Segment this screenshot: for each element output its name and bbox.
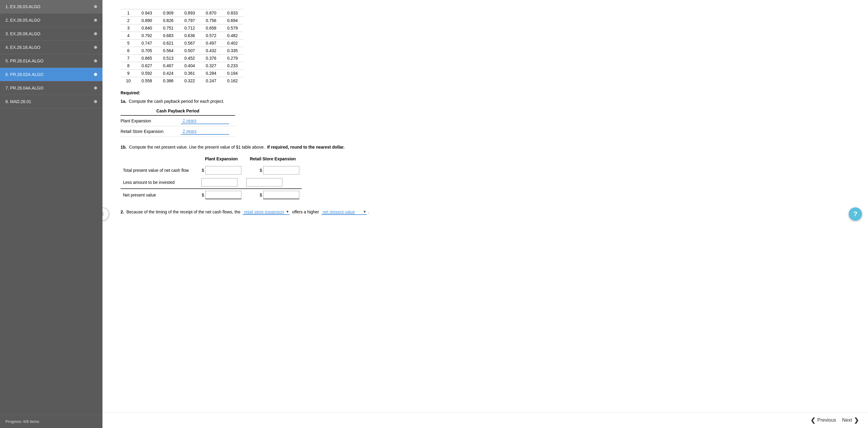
pv-cell-10: 0.284 [200, 70, 222, 77]
year-cell: 9 [121, 70, 136, 77]
sidebar-item-label: 7. PR.26.04A.ALGO [5, 86, 43, 90]
pv-cell-9: 0.636 [179, 32, 200, 39]
pv-cell-12: 0.482 [222, 32, 243, 39]
npv-row3-dollar2: $ [244, 189, 302, 201]
cpb-plant-input-wrapper: 2 years [181, 118, 229, 124]
pv-cell-9: 0.893 [179, 9, 200, 17]
q1b-bold: If required, round to the nearest dollar… [267, 145, 344, 150]
sidebar: 1. EX.26.03.ALGO2. EX.26.05.ALGO3. EX.26… [0, 0, 102, 428]
pv-cell-6: 0.705 [136, 47, 158, 55]
pv-cell-6: 0.792 [136, 32, 158, 39]
help-icon: ? [853, 210, 857, 218]
sidebar-item-dot [94, 59, 97, 62]
pv-cell-10: 0.572 [200, 32, 222, 39]
sidebar-item-pr-26-02a[interactable]: 6. PR.26.02A.ALGO [0, 68, 102, 81]
pv-cell-8: 0.683 [158, 32, 179, 39]
sidebar-item-label: 4. EX.26.16.ALGO [5, 45, 40, 50]
previous-button[interactable]: ❮ Previous [810, 417, 836, 424]
pv-cell-8: 0.564 [158, 47, 179, 55]
year-cell: 2 [121, 17, 136, 24]
npv-row2-cell1 [199, 176, 244, 189]
npv-row2: Less amount to be invested [121, 176, 302, 189]
q1b-num: 1b. [121, 145, 127, 150]
sidebar-item-pr-26-01a[interactable]: 5. PR.26.01A.ALGO [0, 54, 102, 68]
npv-row1-label: Total present value of net cash flow [121, 164, 199, 176]
cpb-retail-value[interactable]: 2 years [181, 128, 198, 134]
pv-cell-6: 0.665 [136, 55, 158, 62]
q1b-instruction: 1b. Compute the net present value. Use t… [121, 144, 853, 150]
cpb-retail-row: Retail Store Expansion 2 years [121, 126, 235, 137]
year-cell: 4 [121, 32, 136, 39]
previous-chevron-icon: ❮ [810, 417, 815, 424]
npv-row1-input1[interactable] [205, 166, 241, 175]
pv-cell-10: 0.756 [200, 17, 222, 24]
pv-cell-6: 0.747 [136, 39, 158, 47]
pv-cell-8: 0.621 [158, 39, 179, 47]
q1b-text: Compute the net present value. Use the p… [129, 145, 265, 150]
cpb-plant-value[interactable]: 2 years [181, 118, 198, 124]
npv-row1: Total present value of net cash flow $ $ [121, 164, 302, 176]
pv-cell-12: 0.579 [222, 24, 243, 32]
year-cell: 6 [121, 47, 136, 55]
sidebar-item-ex-26-03[interactable]: 1. EX.26.03.ALGO [0, 0, 102, 13]
npv-row2-input1[interactable] [201, 178, 238, 187]
pv-cell-9: 0.322 [179, 77, 200, 85]
sidebar-item-dot [94, 32, 97, 35]
sidebar-item-pr-26-04a[interactable]: 7. PR.26.04A.ALGO [0, 81, 102, 95]
next-label: Next [842, 418, 852, 423]
pv-cell-10: 0.870 [200, 9, 222, 17]
npv-row1-input2[interactable] [263, 166, 299, 175]
sidebar-item-dot [94, 73, 97, 76]
npv-row1-dollar2: $ [244, 164, 302, 176]
q2-dropdown1[interactable]: retail store expansionplant expansion [243, 210, 290, 214]
sidebar-item-mad-26-01[interactable]: 8. MAD.26.01 [0, 95, 102, 109]
pv-cell-9: 0.507 [179, 47, 200, 55]
npv-row2-label: Less amount to be invested [121, 176, 199, 189]
q2-dropdown2-wrapper[interactable]: net present valuecash payback period ▼ [321, 210, 367, 215]
sidebar-item-label: 5. PR.26.01A.ALGO [5, 59, 43, 63]
help-button[interactable]: ? [849, 207, 862, 221]
pv-cell-8: 0.513 [158, 55, 179, 62]
table-row: 9 0.592 0.424 0.361 0.284 0.194 [121, 70, 243, 77]
pv-cell-8: 0.424 [158, 70, 179, 77]
next-button[interactable]: Next ❯ [842, 417, 859, 424]
pv-cell-12: 0.402 [222, 39, 243, 47]
npv-row1-dollar1: $ [199, 164, 244, 176]
table-row: 7 0.665 0.513 0.452 0.376 0.279 [121, 55, 243, 62]
pv-cell-8: 0.386 [158, 77, 179, 85]
year-cell: 5 [121, 39, 136, 47]
cpb-header: Cash Payback Period [121, 109, 235, 116]
pv-cell-8: 0.467 [158, 62, 179, 70]
navigation-bar: ❮ Previous Next ❯ [102, 412, 868, 428]
pv-cell-10: 0.247 [200, 77, 222, 85]
pv-cell-9: 0.712 [179, 24, 200, 32]
pv-cell-12: 0.833 [222, 9, 243, 17]
pv-cell-9: 0.361 [179, 70, 200, 77]
sidebar-item-ex-26-08[interactable]: 3. EX.26.08.ALGO [0, 27, 102, 41]
npv-row3-dollar1: $ [199, 189, 244, 201]
q2-dropdown2[interactable]: net present valuecash payback period [321, 210, 367, 214]
npv-row2-input2[interactable] [246, 178, 282, 187]
pv-cell-10: 0.376 [200, 55, 222, 62]
npv-row3-input2[interactable] [263, 191, 299, 199]
table-row: 1 0.943 0.909 0.893 0.870 0.833 [121, 9, 243, 17]
npv-row2-cell2 [244, 176, 302, 189]
pv-cell-12: 0.279 [222, 55, 243, 62]
sidebar-item-ex-26-05[interactable]: 2. EX.26.05.ALGO [0, 13, 102, 27]
pv-cell-6: 0.943 [136, 9, 158, 17]
cash-payback-section: Cash Payback Period Plant Expansion 2 ye… [121, 109, 853, 137]
table-row: 3 0.840 0.751 0.712 0.658 0.579 [121, 24, 243, 32]
pv-cell-6: 0.890 [136, 17, 158, 24]
sidebar-item-ex-26-16[interactable]: 4. EX.26.16.ALGO [0, 41, 102, 54]
sidebar-item-dot [94, 5, 97, 8]
pv-cell-8: 0.909 [158, 9, 179, 17]
present-value-table: 1 0.943 0.909 0.893 0.870 0.833 2 0.890 … [121, 9, 243, 84]
npv-row3-input1[interactable] [205, 191, 241, 199]
pv-cell-12: 0.162 [222, 77, 243, 85]
pv-cell-9: 0.567 [179, 39, 200, 47]
sidebar-item-label: 8. MAD.26.01 [5, 99, 31, 104]
sidebar-items-container: 1. EX.26.03.ALGO2. EX.26.05.ALGO3. EX.26… [0, 0, 102, 109]
npv-section: 1b. Compute the net present value. Use t… [121, 144, 853, 201]
pv-cell-9: 0.797 [179, 17, 200, 24]
q2-dropdown1-wrapper[interactable]: retail store expansionplant expansion ▼ [243, 210, 290, 215]
